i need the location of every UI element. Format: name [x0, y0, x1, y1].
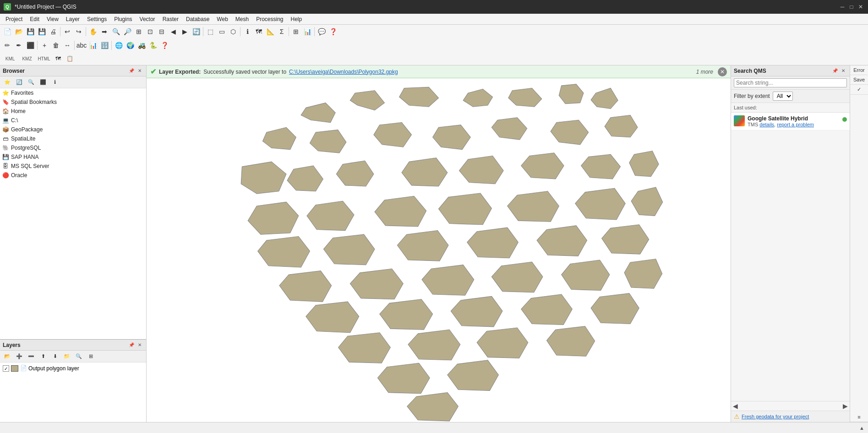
zoom-layer-button[interactable]: ⊡ [145, 26, 156, 37]
qms-search-input[interactable] [734, 78, 847, 87]
layer-visibility-checkbox[interactable] [3, 365, 9, 372]
menu-project[interactable]: Project [2, 15, 26, 23]
browser-item-bookmarks[interactable]: 🔖 Spatial Bookmarks [0, 97, 146, 107]
save-as-button[interactable]: 💾 [36, 26, 47, 37]
save-button[interactable]: 💾 [25, 26, 36, 37]
check-right-button[interactable]: ✓ [850, 85, 868, 95]
zoom-out-button[interactable]: 🔎 [122, 26, 133, 37]
node-tool-button[interactable]: ⬛ [25, 40, 36, 51]
qgis-help-button[interactable]: ❓ [159, 40, 170, 51]
menu-vector[interactable]: Vector [136, 15, 159, 23]
print-button[interactable]: 🖨 [48, 26, 59, 37]
identify-button[interactable]: 🗺 [253, 26, 264, 37]
qms-scroll-left[interactable]: ◀ [733, 402, 738, 410]
kml2-button[interactable]: KMZ [19, 53, 35, 64]
digitize-button[interactable]: ✏ [2, 40, 13, 51]
zoom-prev-button[interactable]: ◀ [168, 26, 179, 37]
layers-down-button[interactable]: ⬇ [49, 351, 60, 362]
zoom-full-button[interactable]: ⊞ [133, 26, 144, 37]
georef-button[interactable]: 🌐 [113, 40, 124, 51]
stacked-button[interactable]: 📋 [64, 53, 75, 64]
html-button[interactable]: HTML [36, 53, 52, 64]
edit-button[interactable]: ✒ [13, 40, 24, 51]
browser-item-favorites[interactable]: ⭐ Favorites [0, 88, 146, 97]
browser-item-oracle[interactable]: 🔴 Oracle [0, 171, 146, 180]
sum-button[interactable]: Σ [276, 26, 287, 37]
browser-item-spatialite[interactable]: 🗃 SpatiaLite [0, 134, 146, 143]
browser-filter-button[interactable]: 🔍 [26, 77, 37, 88]
move-feature-button[interactable]: ↔ [62, 40, 73, 51]
browser-home-button[interactable]: ⭐ [2, 77, 13, 88]
menu-plugins[interactable]: Plugins [110, 15, 136, 23]
layers-pin-button[interactable]: 📌 [128, 341, 135, 349]
zoom-next-button[interactable]: ▶ [179, 26, 190, 37]
qms-close-button[interactable]: ✕ [840, 67, 847, 75]
layers-group-button[interactable]: 📁 [61, 351, 72, 362]
info-button[interactable]: ℹ [242, 26, 253, 37]
osm-button[interactable]: 🗺 [53, 53, 64, 64]
maximize-button[interactable]: □ [848, 3, 855, 11]
georef3-button[interactable]: 🚜 [136, 40, 147, 51]
help-tool-button[interactable]: ❓ [328, 26, 338, 37]
error-tab[interactable]: Error [850, 65, 868, 75]
new-project-button[interactable]: 📄 [2, 26, 13, 37]
menu-mesh[interactable]: Mesh [232, 15, 252, 23]
kml-button[interactable]: KML [2, 53, 18, 64]
menu-database[interactable]: Database [182, 15, 213, 23]
select-rect-button[interactable]: ▭ [216, 26, 227, 37]
menu-help[interactable]: Help [287, 15, 306, 23]
layers-close-button[interactable]: ✕ [136, 341, 143, 349]
close-button[interactable]: ✕ [857, 3, 864, 11]
menu-processing[interactable]: Processing [252, 15, 287, 23]
layers-up-button[interactable]: ⬆ [38, 351, 49, 362]
table-button[interactable]: ⊞ [290, 26, 301, 37]
field-calc-button[interactable]: 🔢 [99, 40, 110, 51]
browser-refresh-button[interactable]: 🔄 [14, 77, 25, 88]
layers-open-button[interactable]: 📂 [2, 351, 13, 362]
qms-details-link[interactable]: details [759, 122, 774, 127]
measure-button[interactable]: 📐 [265, 26, 276, 37]
select-button[interactable]: ⬚ [205, 26, 216, 37]
menu-edit[interactable]: Edit [26, 15, 43, 23]
qms-fresh-geodata-link[interactable]: Fresh geodata for your project [742, 414, 809, 419]
menu-web[interactable]: Web [213, 15, 231, 23]
annotation-button[interactable]: 💬 [316, 26, 327, 37]
qms-report-link[interactable]: report a problem [777, 122, 814, 127]
menu-view[interactable]: View [43, 15, 62, 23]
notif-file-link[interactable]: C:\Users\aveiga\Downloads\Polygon32.gpkg [289, 69, 398, 75]
menu-settings[interactable]: Settings [83, 15, 110, 23]
qms-pin-button[interactable]: 📌 [831, 67, 839, 75]
pan-button[interactable]: ✋ [87, 26, 98, 37]
browser-item-mssql[interactable]: 🗄 MS SQL Server [0, 162, 146, 171]
browser-collapse-button[interactable]: ⬛ [38, 77, 49, 88]
menu-layer[interactable]: Layer [62, 15, 83, 23]
browser-item-sap-hana[interactable]: 💾 SAP HANA [0, 152, 146, 162]
redo-button[interactable]: ↪ [73, 26, 84, 37]
undo-button[interactable]: ↩ [62, 26, 73, 37]
python-button[interactable]: 🐍 [147, 40, 158, 51]
browser-properties-button[interactable]: ℹ [49, 77, 60, 88]
delete-feature-button[interactable]: 🗑 [50, 40, 61, 51]
layers-add-button[interactable]: ➕ [14, 351, 25, 362]
browser-close-button[interactable]: ✕ [136, 67, 143, 75]
select-polygon-button[interactable]: ⬡ [228, 26, 239, 37]
browser-pin-button[interactable]: 📌 [128, 67, 135, 75]
qms-scroll-right[interactable]: ▶ [843, 402, 848, 410]
refresh-button[interactable]: 🔄 [191, 26, 202, 37]
diagram-button[interactable]: 📊 [87, 40, 98, 51]
georef2-button[interactable]: 🌍 [125, 40, 136, 51]
label-button[interactable]: abc [76, 40, 87, 51]
layers-filter-button[interactable]: 🔍 [73, 351, 84, 362]
browser-item-postgresql[interactable]: 🐘 PostgreSQL [0, 143, 146, 152]
zoom-in-button[interactable]: 🔍 [110, 26, 121, 37]
notif-close-button[interactable]: ✕ [718, 67, 727, 76]
map-canvas[interactable] [147, 78, 731, 422]
stats-button[interactable]: 📊 [302, 26, 313, 37]
pan-right-button[interactable]: ➡ [99, 26, 110, 37]
browser-item-c-drive[interactable]: 💻 C:\ [0, 116, 146, 125]
open-project-button[interactable]: 📂 [13, 26, 24, 37]
qms-filter-select[interactable]: All [773, 92, 793, 101]
save-right-button[interactable]: Save [850, 75, 868, 85]
far-right-bottom-button[interactable]: ≡ [850, 412, 868, 422]
zoom-selected-button[interactable]: ⊟ [156, 26, 167, 37]
